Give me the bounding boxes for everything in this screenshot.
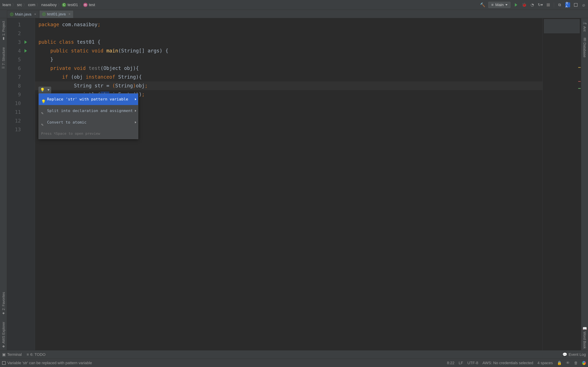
minimap-thumb[interactable] xyxy=(544,19,579,33)
tool-label: Ant xyxy=(583,26,587,32)
structure-tool-button[interactable]: ⠿ 7: Structure xyxy=(1,46,6,70)
editor-scrollbar[interactable] xyxy=(543,18,581,350)
favorites-tool-button[interactable]: ★ 2: Favorites xyxy=(1,291,6,317)
intention-item-replace-pattern[interactable]: 💡 Replace 'str' with pattern variable xyxy=(39,93,138,105)
gutter-line[interactable]: 12 xyxy=(7,117,35,125)
search-everywhere-button[interactable]: ⌕ xyxy=(581,2,586,7)
todo-tool-button[interactable]: ≡ 6: TODO xyxy=(26,352,45,357)
left-tool-strip: ▮ 1: Project ⠿ 7: Structure ★ 2: Favorit… xyxy=(0,18,7,350)
file-encoding[interactable]: UTF-8 xyxy=(467,361,478,365)
intention-item-atomic[interactable]: ✎ Convert to atomic xyxy=(39,117,138,128)
tool-window-button[interactable] xyxy=(2,361,6,365)
todo-icon: ≡ xyxy=(26,352,29,357)
translate-button[interactable]: 文A xyxy=(565,2,570,7)
lock-icon[interactable]: 🔒 xyxy=(557,361,562,365)
stop-button[interactable] xyxy=(546,2,551,7)
code-line[interactable]: public class test01 { xyxy=(35,38,543,47)
right-tool-strip: 🐜 Ant 🗄 Database 📖 Word Book xyxy=(581,18,588,350)
close-icon[interactable]: × xyxy=(69,12,70,16)
breadcrumb-item[interactable]: com xyxy=(28,3,35,7)
event-log-button[interactable]: 💬 Event Log xyxy=(562,352,586,357)
coverage-button[interactable]: ◔ xyxy=(530,2,535,7)
event-log-icon: 💬 xyxy=(562,352,567,357)
chevron-right-icon xyxy=(135,110,136,112)
editor-tab-label: test01.java xyxy=(47,12,66,17)
caret-position[interactable]: 8:22 xyxy=(447,361,454,365)
code-line[interactable]: } xyxy=(35,55,543,64)
gutter-line[interactable]: 7 xyxy=(7,73,35,82)
git-button[interactable]: ⧉ xyxy=(557,2,562,7)
intention-label: Convert to atomic xyxy=(47,118,86,127)
gutter-line[interactable]: 13 xyxy=(7,125,35,134)
gutter-line[interactable]: 6 xyxy=(7,64,35,73)
run-config-selector[interactable]: ≡ Main xyxy=(488,2,510,8)
breadcrumb-item[interactable]: nasaiboy xyxy=(41,3,57,7)
run-gutter-icon[interactable] xyxy=(25,40,27,44)
ide-scripting-button[interactable] xyxy=(573,2,578,7)
aws-status[interactable]: AWS: No credentials selected xyxy=(483,361,533,365)
breadcrumb-item[interactable]: learn xyxy=(2,3,11,7)
tool-label: AWS Explorer xyxy=(1,322,5,344)
gutter-line[interactable]: 4 xyxy=(7,47,35,55)
gutter[interactable]: 1 2 3 4 5 6 7 8 9 10 11 12 13 xyxy=(7,18,35,350)
project-tool-button[interactable]: ▮ 1: Project xyxy=(1,20,6,42)
code-line[interactable]: package com.nasaiboy; xyxy=(35,20,543,29)
editor-tab-active[interactable]: test01.java × xyxy=(39,10,73,18)
folder-icon: ▮ xyxy=(1,37,6,41)
tool-label: 2: Favorites xyxy=(1,292,5,310)
aws-explorer-tool-button[interactable]: ◈ AWS Explorer xyxy=(1,320,6,350)
chevron-right-icon xyxy=(135,98,136,100)
profiler-button[interactable]: ↻▾ xyxy=(538,2,543,7)
terminal-icon: ▣ xyxy=(2,352,6,357)
gutter-line[interactable]: 5 xyxy=(7,55,35,64)
code-editor[interactable]: package com.nasaiboy; public class test0… xyxy=(35,18,543,350)
breadcrumb-item[interactable]: src xyxy=(17,3,22,7)
code-line[interactable]: if (obj instanceof String){ xyxy=(35,73,543,82)
breadcrumb-sep: 〉 xyxy=(12,2,16,8)
run-config-icon: ≡ xyxy=(491,3,493,7)
intention-icon: ✎ xyxy=(41,109,45,113)
gutter-line[interactable]: 1 xyxy=(7,20,35,29)
wordbook-tool-button[interactable]: 📖 Word Book xyxy=(583,325,587,350)
gutter-line[interactable]: 11 xyxy=(7,108,35,117)
warning-marker[interactable] xyxy=(578,67,581,68)
line-separator[interactable]: LF xyxy=(459,361,463,365)
memory-icon[interactable]: 🗑 xyxy=(574,361,578,365)
info-marker[interactable] xyxy=(578,88,581,89)
intention-bulb[interactable]: 💡 xyxy=(38,87,51,93)
build-icon[interactable]: 🔨 xyxy=(480,2,485,7)
tool-label: Terminal xyxy=(7,352,22,357)
breadcrumb[interactable]: learn 〉 src 〉 com 〉 nasaiboy 〉 C test01 … xyxy=(2,2,480,8)
debug-button[interactable]: 🐞 xyxy=(522,2,527,7)
inspection-icon[interactable]: 👁 xyxy=(566,361,570,365)
code-line[interactable]: public static void main(String[] args) { xyxy=(35,47,543,55)
navigation-bar: learn 〉 src 〉 com 〉 nasaiboy 〉 C test01 … xyxy=(0,0,588,10)
database-tool-button[interactable]: 🗄 Database xyxy=(583,36,587,59)
chevron-right-icon xyxy=(135,121,136,123)
indent-status[interactable]: 4 spaces xyxy=(537,361,553,365)
gutter-line[interactable]: 10 xyxy=(7,99,35,108)
gutter-line[interactable]: 2 xyxy=(7,29,35,38)
run-button[interactable] xyxy=(514,2,519,7)
breadcrumb-item[interactable]: test01 xyxy=(68,3,78,7)
run-gutter-icon[interactable] xyxy=(25,49,27,53)
breadcrumb-item[interactable]: test xyxy=(89,3,95,7)
editor-tab[interactable]: Main.java × xyxy=(7,10,39,18)
terminal-tool-button[interactable]: ▣ Terminal xyxy=(2,352,22,357)
error-marker[interactable] xyxy=(578,81,581,82)
code-line[interactable]: private void test(Object obj){ xyxy=(35,64,543,73)
editor-tab-label: Main.java xyxy=(15,12,31,17)
gutter-line[interactable]: 8 xyxy=(7,82,35,90)
plugin-icon[interactable] xyxy=(582,361,586,365)
intention-label: Split into declaration and assignment xyxy=(47,106,133,115)
toolbar-right: 🔨 ≡ Main 🐞 ◔ ↻▾ ⧉ 文A ⌕ xyxy=(480,2,586,8)
gutter-line[interactable]: 3 xyxy=(7,38,35,47)
intention-item-split[interactable]: ✎ Split into declaration and assignment xyxy=(39,105,138,117)
gutter-line[interactable]: 9 xyxy=(7,90,35,99)
ant-tool-button[interactable]: 🐜 Ant xyxy=(583,20,587,33)
code-line[interactable] xyxy=(35,29,543,38)
code-line-current[interactable]: String str = (String)obj; xyxy=(35,82,543,90)
breadcrumb-sep: 〉 xyxy=(36,2,40,8)
status-bar: Variable 'str' can be replaced with patt… xyxy=(0,359,588,367)
close-icon[interactable]: × xyxy=(34,12,36,16)
